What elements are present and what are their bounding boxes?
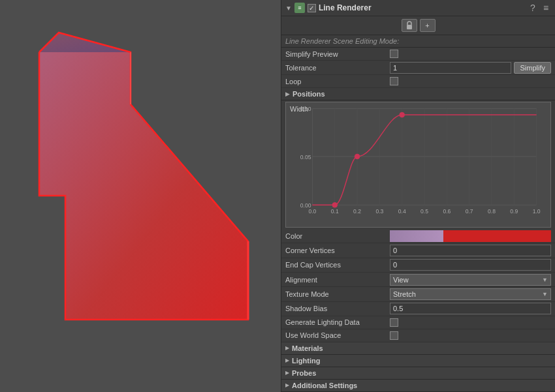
svg-point-35 [332, 203, 338, 208]
generate-lighting-checkbox[interactable] [390, 318, 398, 327]
corner-vertices-row: Corner Vertices [281, 243, 555, 258]
color-label: Color [285, 232, 390, 240]
svg-point-36 [355, 154, 360, 159]
simplify-preview-checkbox[interactable] [390, 50, 398, 58]
corner-vertices-input[interactable] [390, 245, 551, 256]
svg-point-37 [400, 113, 405, 118]
add-button[interactable]: + [420, 19, 436, 32]
collapse-triangle[interactable]: ▼ [285, 5, 292, 12]
simplify-preview-label: Simplify Preview [285, 50, 390, 58]
shadow-bias-label: Shadow Bias [285, 305, 390, 312]
alignment-dropdown-arrow: ▼ [542, 277, 548, 283]
probes-section-header[interactable]: ▶ Probes [281, 367, 555, 380]
add-icon: + [425, 22, 429, 29]
simplify-button[interactable]: Simplify [514, 62, 551, 74]
svg-rect-5 [407, 25, 412, 29]
alignment-row: Alignment View ▼ [281, 273, 555, 287]
svg-text:0.8: 0.8 [488, 208, 496, 215]
toolbar-row: + [281, 16, 555, 35]
svg-text:0.9: 0.9 [510, 208, 518, 215]
shadow-bias-input[interactable] [390, 303, 551, 314]
viewport-panel [0, 0, 281, 392]
settings-icon[interactable]: ≡ [541, 3, 551, 13]
loop-row: Loop [281, 75, 555, 88]
svg-text:0.10: 0.10 [300, 106, 311, 113]
alignment-label: Alignment [285, 276, 390, 284]
svg-text:0.2: 0.2 [353, 208, 361, 215]
additional-settings-label: Additional Settings [292, 382, 357, 389]
end-cap-vertices-input[interactable] [390, 259, 551, 271]
loop-checkbox[interactable] [390, 77, 398, 85]
color-swatch[interactable] [390, 230, 551, 242]
generate-lighting-row: Generate Lighting Data [281, 316, 555, 329]
component-enable-checkbox[interactable] [308, 4, 316, 12]
svg-text:0.0: 0.0 [308, 208, 316, 215]
generate-lighting-label: Generate Lighting Data [285, 318, 390, 326]
color-row: Color [281, 229, 555, 243]
color-swatch-right [443, 230, 551, 242]
color-swatch-left [390, 230, 443, 242]
positions-section-header[interactable]: ▶ Positions [281, 88, 555, 100]
materials-triangle: ▶ [285, 345, 289, 351]
svg-text:0.6: 0.6 [443, 208, 451, 215]
loop-label: Loop [285, 78, 390, 85]
svg-text:0.5: 0.5 [420, 208, 428, 215]
end-cap-vertices-label: End Cap Vertices [285, 261, 390, 269]
tolerance-label: Tolerance [285, 64, 390, 72]
svg-text:0.7: 0.7 [466, 208, 473, 215]
inspector-panel: ▼ ≡ Line Renderer ? ≡ + Line Renderer Sc… [281, 0, 555, 392]
use-world-space-checkbox[interactable] [390, 331, 398, 340]
materials-label: Materials [292, 344, 323, 352]
scene-edit-label: Line Renderer Scene Editing Mode: [281, 35, 555, 48]
tolerance-input[interactable] [390, 62, 511, 74]
svg-text:0.3: 0.3 [375, 208, 383, 215]
simplify-preview-row: Simplify Preview [281, 48, 555, 61]
svg-text:0.1: 0.1 [331, 208, 339, 215]
svg-text:0.05: 0.05 [300, 154, 311, 160]
texture-mode-row: Texture Mode Stretch ▼ [281, 287, 555, 301]
materials-section-header[interactable]: ▶ Materials [281, 342, 555, 355]
texture-mode-label: Texture Mode [285, 290, 390, 298]
texture-mode-dropdown-arrow: ▼ [542, 291, 548, 297]
lock-button[interactable] [402, 19, 417, 32]
lighting-section-header[interactable]: ▶ Lighting [281, 355, 555, 367]
svg-text:0.4: 0.4 [398, 208, 406, 215]
header-icons: ? ≡ [528, 3, 551, 13]
end-cap-vertices-row: End Cap Vertices [281, 258, 555, 273]
lighting-label: Lighting [292, 357, 320, 365]
component-title: Line Renderer [319, 3, 525, 12]
probes-label: Probes [292, 369, 316, 377]
alignment-dropdown[interactable]: View ▼ [390, 274, 551, 286]
use-world-space-label: Use World Space [285, 331, 390, 339]
positions-triangle: ▶ [285, 91, 290, 97]
probes-triangle: ▶ [285, 370, 289, 376]
additional-settings-triangle: ▶ [285, 382, 289, 388]
svg-text:1.0: 1.0 [533, 208, 541, 215]
width-chart[interactable]: Width 0.10 0.05 0.00 0.0 [285, 102, 551, 228]
tolerance-row: Tolerance Simplify [281, 61, 555, 75]
component-icon: ≡ [294, 3, 305, 13]
lighting-triangle: ▶ [285, 357, 289, 363]
shadow-bias-row: Shadow Bias [281, 302, 555, 316]
use-world-space-row: Use World Space [281, 329, 555, 342]
additional-settings-section-header[interactable]: ▶ Additional Settings [281, 380, 555, 392]
help-icon[interactable]: ? [528, 3, 538, 13]
component-header: ▼ ≡ Line Renderer ? ≡ [281, 0, 555, 16]
positions-label: Positions [293, 90, 325, 98]
texture-mode-dropdown[interactable]: Stretch ▼ [390, 288, 551, 300]
corner-vertices-label: Corner Vertices [285, 247, 390, 254]
